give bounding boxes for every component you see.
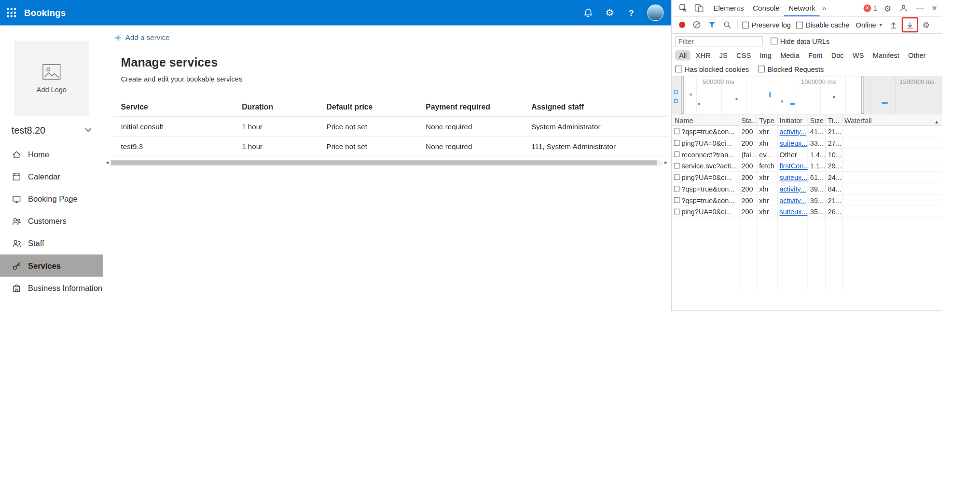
- scrollbar-thumb[interactable]: [110, 160, 657, 165]
- network-request-row[interactable]: ping?UA=0&ci... 200 xhr suiteux... 61...…: [672, 172, 942, 183]
- type-filter-media[interactable]: Media: [776, 50, 803, 60]
- request-initiator-link[interactable]: suiteux...: [780, 173, 808, 181]
- add-logo-button[interactable]: Add Logo: [14, 41, 89, 116]
- scroll-left-icon[interactable]: ◄: [104, 160, 111, 166]
- column-header-time[interactable]: Ti...: [825, 116, 842, 124]
- type-filter-font[interactable]: Font: [804, 50, 826, 60]
- request-checkbox[interactable]: [674, 151, 680, 157]
- error-badge[interactable]: ✕ 1: [864, 4, 877, 12]
- network-request-row[interactable]: ?qsp=true&con... 200 xhr activity... 41.…: [672, 126, 942, 137]
- sidebar-item-business-information[interactable]: Business Information: [0, 277, 103, 299]
- tab-elements[interactable]: Elements: [709, 0, 748, 16]
- filter-toggle-button[interactable]: [707, 20, 717, 30]
- service-row[interactable]: Initial consult 1 hour Price not set Non…: [113, 117, 668, 137]
- network-request-row[interactable]: reconnect?tran... (fai... ev... Other 1.…: [672, 149, 942, 161]
- tab-network[interactable]: Network: [784, 0, 820, 16]
- type-filter-js[interactable]: JS: [716, 50, 732, 60]
- request-checkbox[interactable]: [674, 174, 680, 180]
- timeline-right-handle[interactable]: [861, 76, 864, 114]
- horizontal-scrollbar[interactable]: ◄ ►: [104, 160, 669, 166]
- type-filter-other[interactable]: Other: [904, 50, 929, 60]
- blocked-requests-toggle[interactable]: Blocked Requests: [758, 65, 824, 73]
- devtools-close-button[interactable]: ✕: [931, 4, 937, 13]
- column-header-status[interactable]: Sta...: [739, 116, 757, 124]
- request-status: 200: [739, 139, 757, 147]
- sidebar-item-staff[interactable]: Staff: [0, 232, 103, 254]
- add-service-button[interactable]: Add a service: [114, 34, 169, 41]
- throttling-dropdown[interactable]: Online ▼: [856, 21, 883, 29]
- network-request-row[interactable]: service.svc?acti... 200 fetch firstCon..…: [672, 160, 942, 172]
- scroll-right-icon[interactable]: ►: [663, 160, 670, 166]
- request-checkbox[interactable]: [674, 197, 680, 203]
- network-request-row[interactable]: ping?UA=0&ci... 200 xhr suiteux... 33...…: [672, 137, 942, 149]
- request-initiator-link[interactable]: activity...: [780, 127, 806, 135]
- request-checkbox[interactable]: [674, 163, 680, 169]
- image-placeholder-icon: [42, 63, 61, 80]
- devtools-menu-button[interactable]: ⋯: [915, 5, 924, 12]
- import-har-button[interactable]: [888, 20, 898, 30]
- type-filter-doc[interactable]: Doc: [828, 50, 848, 60]
- column-header-name[interactable]: Name: [672, 116, 739, 124]
- request-checkbox[interactable]: [674, 209, 680, 215]
- request-checkbox[interactable]: [674, 186, 680, 192]
- type-filter-img[interactable]: Img: [756, 50, 775, 60]
- request-initiator-link[interactable]: suiteux...: [780, 208, 808, 216]
- request-initiator-link[interactable]: activity...: [780, 185, 806, 192]
- type-filter-all[interactable]: All: [675, 50, 690, 60]
- sidebar-item-calendar[interactable]: Calendar: [0, 165, 103, 188]
- tab-console[interactable]: Console: [748, 0, 784, 16]
- type-filter-ws[interactable]: WS: [849, 50, 868, 60]
- timeline-left-handle[interactable]: [681, 76, 684, 114]
- column-header-waterfall[interactable]: Waterfall ▲: [842, 116, 942, 124]
- hide-data-urls-checkbox[interactable]: [771, 38, 778, 45]
- type-filter-css[interactable]: CSS: [732, 50, 755, 60]
- sidebar-item-services[interactable]: Services: [0, 255, 103, 277]
- account-dropdown[interactable]: test8.20: [12, 124, 92, 135]
- network-request-row[interactable]: ?qsp=true&con... 200 xhr activity... 39.…: [672, 183, 942, 195]
- notifications-button[interactable]: [582, 7, 594, 19]
- inspect-element-button[interactable]: [678, 3, 688, 13]
- hide-data-urls-toggle[interactable]: Hide data URLs: [771, 37, 829, 45]
- record-button[interactable]: [679, 22, 685, 28]
- network-request-row[interactable]: ?qsp=true&con... 200 xhr activity... 39.…: [672, 195, 942, 206]
- devtools-person-button[interactable]: [898, 3, 909, 14]
- toolbar-divider: [737, 20, 737, 30]
- request-initiator-link[interactable]: activity...: [780, 196, 806, 204]
- disable-cache-toggle[interactable]: Disable cache: [796, 21, 850, 29]
- request-checkbox[interactable]: [674, 140, 680, 146]
- network-filter-input[interactable]: [675, 36, 763, 46]
- disable-cache-checkbox[interactable]: [796, 21, 803, 28]
- has-blocked-cookies-checkbox[interactable]: [675, 66, 682, 73]
- devtools-settings-button[interactable]: ⚙: [884, 3, 891, 13]
- network-search-button[interactable]: [722, 20, 732, 30]
- export-har-button[interactable]: [905, 20, 915, 30]
- preserve-log-checkbox[interactable]: [742, 21, 749, 28]
- type-filter-manifest[interactable]: Manifest: [869, 50, 903, 60]
- settings-button[interactable]: ⚙: [604, 7, 616, 19]
- type-filter-xhr[interactable]: XHR: [692, 50, 714, 60]
- user-avatar[interactable]: [647, 4, 663, 21]
- column-header-size[interactable]: Size: [808, 116, 826, 124]
- sidebar-item-home[interactable]: Home: [0, 143, 103, 165]
- service-row[interactable]: test9.3 1 hour Price not set None requir…: [113, 137, 668, 157]
- scrollbar-track[interactable]: [110, 160, 662, 165]
- more-tabs-button[interactable]: »: [820, 4, 829, 12]
- clear-button[interactable]: [692, 20, 702, 30]
- network-request-row[interactable]: ping?UA=0&ci... 200 xhr suiteux... 35...…: [672, 206, 942, 218]
- network-overview-timeline[interactable]: 500000 ms 1000000 ms 1500000 ms: [672, 76, 942, 114]
- annotation-highlight-box: [901, 17, 918, 33]
- request-initiator-link[interactable]: suiteux...: [780, 139, 808, 147]
- network-settings-button[interactable]: ⚙: [923, 20, 930, 30]
- request-initiator-link[interactable]: firstCon...: [780, 162, 808, 170]
- help-button[interactable]: ?: [625, 7, 637, 19]
- device-toolbar-button[interactable]: [693, 3, 704, 13]
- column-header-initiator[interactable]: Initiator: [777, 116, 807, 124]
- preserve-log-toggle[interactable]: Preserve log: [742, 21, 791, 29]
- has-blocked-cookies-toggle[interactable]: Has blocked cookies: [675, 65, 749, 73]
- app-launcher-button[interactable]: [0, 0, 23, 26]
- column-header-type[interactable]: Type: [757, 116, 777, 124]
- blocked-requests-checkbox[interactable]: [758, 66, 765, 73]
- request-checkbox[interactable]: [674, 128, 680, 134]
- sidebar-item-customers[interactable]: Customers: [0, 210, 103, 232]
- sidebar-item-booking-page[interactable]: Booking Page: [0, 188, 103, 210]
